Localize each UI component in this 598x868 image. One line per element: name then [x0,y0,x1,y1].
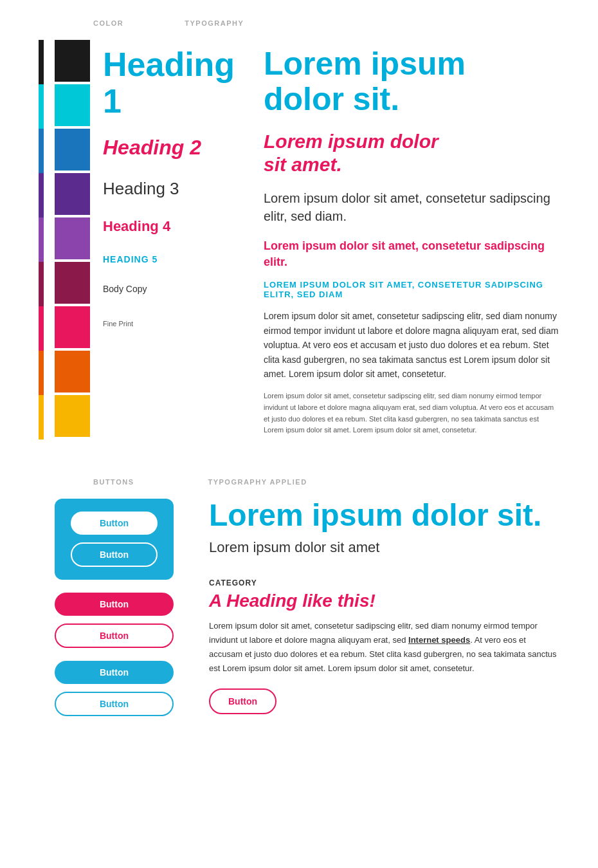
heading5-label: HEADING 5 [103,254,238,264]
example-body: Lorem ipsum dolor sit amet, consetetur s… [264,309,559,381]
color-swatches [55,40,96,439]
swatch-dark-red [55,262,90,304]
red-solid-button[interactable]: Button [55,593,174,616]
example-h4: Lorem ipsum dolor sit amet, consetetur s… [264,238,559,270]
fine-print-label: Fine Print [103,320,238,328]
swatch-medium-purple [55,217,90,259]
applied-heading: A Heading like this! [209,591,559,611]
typography-examples: Lorem ipsumdolor sit. Lorem ipsum dolors… [238,40,559,439]
button-group-blue: Button Button [55,499,174,580]
heading3-label: Heading 3 [103,179,238,199]
swatch-yellow [55,395,90,437]
buttons-section-label: BUTTONS [93,478,134,486]
applied-subtitle: Lorem ipsum dolor sit amet [209,539,559,556]
red-outline-button[interactable]: Button [55,623,174,648]
applied-category: CATEGORY [209,578,559,587]
teal-solid-button[interactable]: Button [55,661,174,684]
heading4-label: Heading 4 [103,218,238,235]
example-h3: Lorem ipsum dolor sit amet, consetetur s… [264,189,559,225]
swatch-red [55,306,90,348]
body-copy-label: Body Copy [103,284,238,294]
example-h1: Lorem ipsumdolor sit. [264,46,559,117]
blue-outline-button[interactable]: Button [71,542,158,567]
swatch-blue [55,129,90,171]
internet-speeds-link[interactable]: Internet speeds [408,635,470,645]
buttons-column: Button Button Button Button Button Butto… [55,499,183,730]
swatch-black [55,40,90,82]
example-fine: Lorem ipsum dolor sit amet, consetetur s… [264,391,559,436]
blue-solid-button[interactable]: Button [71,512,158,535]
swatch-orange [55,351,90,392]
swatch-dark-purple [55,173,90,215]
example-h5: LOREM IPSUM DOLOR SIT AMET, CONSETETUR S… [264,280,559,299]
heading1-label: Heading 1 [103,46,238,120]
example-h2: Lorem ipsum dolorsit amet. [264,130,559,176]
button-group-red: Button Button [55,593,174,661]
typography-labels: Heading 1 Heading 2 Heading 3 Heading 4 … [96,40,238,439]
applied-button[interactable]: Button [209,688,276,714]
applied-main-title: Lorem ipsum dolor sit. [209,499,559,533]
typography-section-label: TYPOGRAPHY [185,19,244,27]
teal-outline-button[interactable]: Button [55,692,174,716]
button-group-teal: Button Button [55,661,174,716]
swatch-cyan [55,84,90,126]
applied-body: Lorem ipsum dolor sit amet, consetetur s… [209,619,559,676]
heading2-label: Heading 2 [103,136,238,160]
typography-applied-column: Lorem ipsum dolor sit. Lorem ipsum dolor… [183,499,559,730]
color-section-label: COLOR [93,19,123,27]
typography-applied-label: TYPOGRAPHY APPLIED [208,478,307,486]
